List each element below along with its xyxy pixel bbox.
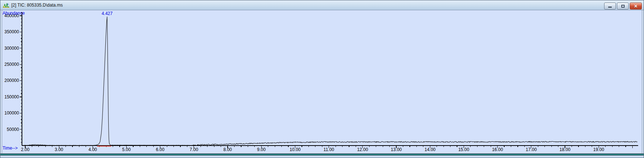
chart-area[interactable]: 5000010000015000020000025000030000035000…	[2, 10, 642, 153]
x-tick-label: 19.00	[593, 147, 604, 152]
close-icon: ✕	[634, 4, 637, 8]
y-tick-label: 300000	[4, 46, 19, 51]
window-title: [2] TIC: 805335.D\data.ms	[11, 3, 63, 8]
minimize-button[interactable]	[604, 3, 616, 10]
y-tick-label: 350000	[4, 29, 19, 34]
y-tick-label: 100000	[4, 110, 19, 116]
titlebar[interactable]: [2] TIC: 805335.D\data.ms ✕	[0, 0, 644, 10]
x-tick-label: 13.00	[391, 147, 402, 152]
close-button[interactable]: ✕	[630, 3, 642, 10]
x-tick-label: 7.00	[190, 147, 198, 152]
x-tick-label: 12.00	[357, 147, 368, 152]
y-axis-title: Abundance	[3, 11, 25, 16]
x-tick-label: 11.00	[323, 147, 334, 152]
tic-trace	[22, 17, 637, 146]
x-tick-label: 16.00	[492, 147, 503, 152]
window-controls: ✕	[604, 3, 642, 10]
x-tick-label: 5.00	[122, 147, 131, 152]
y-tick-label: 50000	[7, 127, 19, 132]
x-tick-label: 10.00	[289, 147, 300, 152]
y-tick-label: 250000	[4, 62, 19, 67]
x-axis-ticks: 2.003.004.005.006.007.008.009.0010.0011.…	[21, 146, 632, 152]
chromatogram-icon	[3, 3, 9, 8]
x-axis-title: Time-->	[3, 146, 18, 151]
tic-chromatogram-plot[interactable]: 5000010000015000020000025000030000035000…	[2, 10, 642, 153]
x-tick-label: 14.00	[424, 147, 435, 152]
window-bottom-frame	[0, 153, 644, 158]
x-tick-label: 9.00	[257, 147, 266, 152]
restore-button[interactable]	[617, 3, 629, 10]
restore-icon	[621, 5, 625, 8]
y-tick-label: 150000	[4, 94, 19, 99]
x-tick-label: 3.00	[55, 147, 63, 152]
y-tick-label: 200000	[4, 78, 19, 83]
x-tick-label: 2.00	[21, 147, 30, 152]
minimize-icon	[608, 7, 612, 8]
axes	[22, 12, 638, 146]
chromatogram-window: [2] TIC: 805335.D\data.ms ✕ 500001000001…	[0, 0, 644, 158]
x-tick-label: 8.00	[223, 147, 232, 152]
x-tick-label: 17.00	[526, 147, 537, 152]
x-tick-label: 18.00	[559, 147, 570, 152]
x-tick-label: 4.00	[89, 147, 97, 152]
peak-rt-label: 4.427	[102, 11, 113, 16]
x-tick-label: 6.00	[156, 147, 165, 152]
x-tick-label: 15.00	[458, 147, 469, 152]
y-axis-ticks: 5000010000015000020000025000030000035000…	[4, 12, 22, 142]
